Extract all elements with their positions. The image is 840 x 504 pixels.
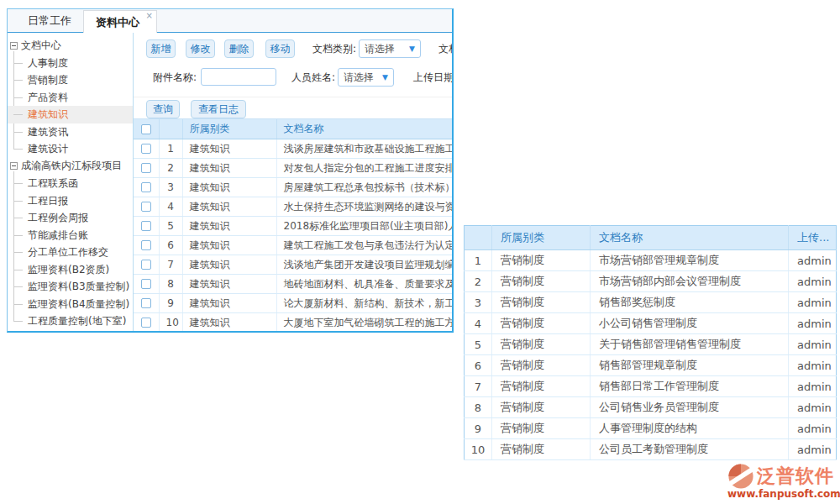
cell-docname: 房屋建筑工程总承包投标书（技术标）... bbox=[276, 178, 452, 197]
cell-category: 营销制度 bbox=[492, 397, 591, 418]
tree-item[interactable]: 建筑资讯 bbox=[8, 123, 133, 141]
documents-table: 所属别类 文档名称 1 建筑知识 浅谈房屋建筑和市政基础设施工程施工... 2 bbox=[134, 118, 452, 333]
tree-item[interactable]: 工程质量控制(地下室) bbox=[8, 312, 133, 330]
modify-button[interactable]: 修改 bbox=[186, 39, 215, 58]
cell-index: 7 bbox=[159, 255, 182, 275]
table-row[interactable]: 10 营销制度 公司员工考勤管理制度 admin bbox=[465, 439, 837, 460]
table-row[interactable]: 4 建筑知识 水土保持生态环境监测网络的建设与资... bbox=[134, 197, 452, 217]
tree-item[interactable]: 监理资料(B2资质) bbox=[8, 261, 133, 279]
cell-category: 建筑知识 bbox=[182, 236, 276, 255]
add-button[interactable]: 新增 bbox=[146, 39, 176, 58]
row-checkbox[interactable] bbox=[141, 202, 151, 212]
table-row[interactable]: 10 建筑知识 大厦地下室加气砼墙砌筑工程的施工方... bbox=[134, 313, 452, 333]
table-row[interactable]: 2 建筑知识 对发包人指定分包的工程施工进度安排... bbox=[134, 159, 452, 178]
attachment-name-input[interactable] bbox=[201, 68, 276, 86]
cell-index: 5 bbox=[159, 217, 182, 236]
select-all-checkbox[interactable] bbox=[141, 124, 151, 134]
tree-item[interactable]: 分工单位工作移交 bbox=[8, 244, 133, 261]
move-button[interactable]: 移动 bbox=[265, 39, 295, 58]
tree-item[interactable]: 建筑设计 bbox=[8, 140, 133, 158]
cell-index: 3 bbox=[465, 292, 492, 313]
table-row[interactable]: 1 建筑知识 浅谈房屋建筑和市政基础设施工程施工... bbox=[134, 139, 452, 159]
table-row[interactable]: 4 营销制度 小公司销售管理制度 admin bbox=[465, 313, 837, 334]
cell-uploader: admin bbox=[789, 397, 837, 418]
sidebar-tree: 文档中心 人事制度 营销制度 产品资料 建筑知识 建筑资讯 建筑设计 成渝高铁内… bbox=[8, 33, 134, 333]
cell-category: 建筑知识 bbox=[182, 197, 276, 217]
cell-index: 10 bbox=[465, 439, 492, 460]
cell-category: 营销制度 bbox=[492, 292, 591, 313]
row-checkbox[interactable] bbox=[141, 240, 151, 250]
table-row[interactable]: 6 建筑知识 建筑工程施工发包与承包违法行为认定... bbox=[134, 236, 452, 255]
view-log-button[interactable]: 查看日志 bbox=[191, 100, 246, 118]
tree-item[interactable]: 人事制度 bbox=[8, 55, 133, 72]
row-checkbox[interactable] bbox=[141, 260, 151, 270]
person-select[interactable]: 请选择 ▼ bbox=[338, 68, 394, 87]
tree-item-selected[interactable]: 建筑知识 bbox=[8, 106, 133, 123]
tab-daily-work[interactable]: 日常工作 bbox=[16, 9, 83, 32]
cell-docname: 市场营销部内部会议管理制度 bbox=[591, 271, 789, 292]
cell-category: 建筑知识 bbox=[182, 313, 276, 333]
cell-docname: 论大厦新材料、新结构、新技术，新工... bbox=[276, 294, 452, 313]
cell-uploader: admin bbox=[789, 355, 837, 376]
row-checkbox[interactable] bbox=[141, 182, 151, 192]
delete-button[interactable]: 删除 bbox=[224, 39, 254, 58]
cell-category: 营销制度 bbox=[492, 271, 591, 292]
column-header-category: 所属别类 bbox=[492, 226, 591, 250]
cell-docname: 2018标准化监理项目部(业主项目部)人员... bbox=[276, 217, 452, 236]
cell-uploader: admin bbox=[789, 271, 837, 292]
tree-root-project[interactable]: 成渝高铁内江标段项目 bbox=[8, 158, 133, 176]
tree-item[interactable]: 营销制度 bbox=[8, 71, 133, 89]
row-checkbox[interactable] bbox=[141, 144, 151, 154]
tree-item[interactable]: 节能减排台账 bbox=[8, 227, 133, 244]
tree-root-document-center[interactable]: 文档中心 bbox=[8, 37, 133, 55]
cell-uploader: admin bbox=[789, 418, 837, 439]
row-checkbox[interactable] bbox=[141, 163, 151, 173]
tree-item[interactable]: 监理资料(B3质量控制) bbox=[8, 278, 133, 296]
cell-index: 8 bbox=[159, 275, 182, 294]
cell-category: 营销制度 bbox=[492, 418, 591, 439]
table-row[interactable]: 8 建筑知识 地砖地面材料、机具准备、质量要求及... bbox=[134, 275, 452, 294]
table-row[interactable]: 5 建筑知识 2018标准化监理项目部(业主项目部)人员... bbox=[134, 217, 452, 236]
table-row[interactable]: 2 营销制度 市场营销部内部会议管理制度 admin bbox=[465, 271, 837, 292]
cell-docname: 大厦地下室加气砼墙砌筑工程的施工方... bbox=[276, 313, 452, 333]
cell-category: 营销制度 bbox=[492, 439, 591, 460]
collapse-icon[interactable] bbox=[10, 162, 18, 170]
row-checkbox[interactable] bbox=[141, 221, 151, 231]
table-row[interactable]: 8 营销制度 公司销售业务员管理制度 admin bbox=[465, 397, 837, 418]
cell-uploader: admin bbox=[789, 292, 837, 313]
tree-item[interactable]: 工程日报 bbox=[8, 192, 133, 210]
cell-index: 2 bbox=[465, 271, 492, 292]
tree-item[interactable]: 工程联系函 bbox=[8, 175, 133, 192]
doc-type-select[interactable]: 请选择 ▼ bbox=[359, 39, 421, 58]
table-row[interactable]: 3 营销制度 销售部奖惩制度 admin bbox=[465, 292, 837, 313]
table-row[interactable]: 5 营销制度 关于销售部管理销售管理制度 admin bbox=[465, 334, 837, 355]
table-row[interactable]: 9 营销制度 人事管理制度的结构 admin bbox=[465, 418, 837, 439]
cell-category: 建筑知识 bbox=[182, 178, 276, 197]
tab-data-center[interactable]: 资料中心 × bbox=[83, 10, 157, 33]
cell-uploader: admin bbox=[789, 250, 837, 271]
fanpu-logo: 泛普软件 www.fanpusoft.com bbox=[727, 463, 838, 500]
cell-docname: 销售部日常工作管理制度 bbox=[591, 376, 789, 397]
table-row[interactable]: 9 建筑知识 论大厦新材料、新结构、新技术，新工... bbox=[134, 294, 452, 313]
table-row[interactable]: 6 营销制度 销售部管理规章制度 admin bbox=[465, 355, 837, 376]
query-button[interactable]: 查询 bbox=[146, 100, 180, 118]
cell-index: 9 bbox=[159, 294, 182, 313]
table-row[interactable]: 3 建筑知识 房屋建筑工程总承包投标书（技术标）... bbox=[134, 178, 452, 197]
column-header-docname: 文档名称 bbox=[591, 226, 789, 250]
row-checkbox[interactable] bbox=[141, 279, 151, 289]
attachment-name-label: 附件名称: bbox=[153, 68, 197, 87]
row-checkbox[interactable] bbox=[141, 298, 151, 308]
tree-item[interactable]: 产品资料 bbox=[8, 89, 133, 107]
cell-index: 6 bbox=[465, 355, 492, 376]
table-row[interactable]: 7 建筑知识 浅谈地产集团开发建设项目监理规划编... bbox=[134, 255, 452, 275]
table-row[interactable]: 7 营销制度 销售部日常工作管理制度 admin bbox=[465, 376, 837, 397]
collapse-icon[interactable] bbox=[10, 42, 18, 50]
tab-close-icon[interactable]: × bbox=[146, 11, 153, 21]
table-row[interactable]: 1 营销制度 市场营销部管理规章制度 admin bbox=[465, 250, 837, 271]
column-header-index bbox=[159, 119, 182, 139]
cell-index: 9 bbox=[465, 418, 492, 439]
cell-category: 建筑知识 bbox=[182, 217, 276, 236]
row-checkbox[interactable] bbox=[141, 318, 151, 328]
tree-item[interactable]: 工程例会周报 bbox=[8, 209, 133, 227]
tree-item[interactable]: 监理资料(B4质量控制) bbox=[8, 296, 133, 313]
